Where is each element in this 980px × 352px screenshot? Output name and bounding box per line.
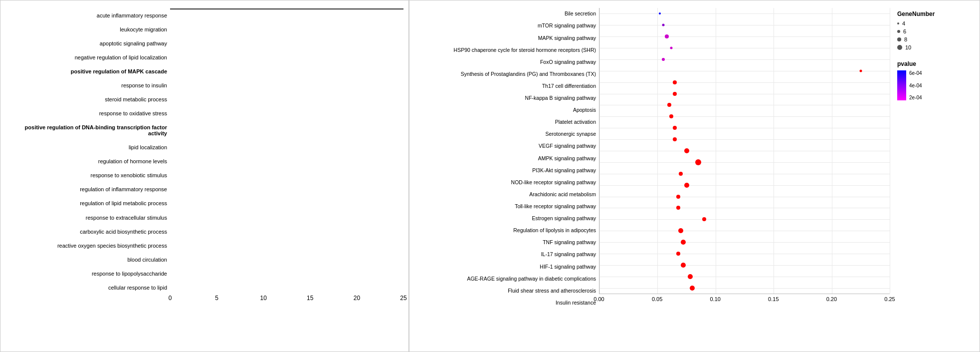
panel-b: Bile secretionmTOR signaling pathwayMAPK… xyxy=(409,0,980,352)
dot-x-tick: 0.15 xyxy=(768,296,779,302)
dot xyxy=(670,47,673,49)
dot-plot-label: NOD-like receptor signaling pathway xyxy=(414,180,596,186)
panel-a: acute inflammatory responseleukocyte mig… xyxy=(0,0,409,352)
dot-plot-label: Arachidonic acid metabolism xyxy=(414,192,596,198)
dot xyxy=(665,34,669,38)
dot-plot-label: mTOR signaling pathway xyxy=(414,23,596,29)
dot-x-tick: 0.05 xyxy=(652,296,662,302)
dot-grid-h xyxy=(599,242,890,243)
dot-plot-label: Serotonergic synapse xyxy=(414,131,596,137)
dot-plot-label: MAPK signaling pathway xyxy=(414,35,596,41)
legend-pvalue-title: pvalue xyxy=(897,60,970,67)
dot xyxy=(676,206,680,210)
legend-circle xyxy=(897,22,899,24)
dot xyxy=(676,195,680,199)
bar-label: response to oxidative stress xyxy=(10,110,167,116)
pvalue-gradient xyxy=(897,70,906,100)
dot xyxy=(859,69,862,72)
dot-plot-label: Th17 cell differentiation xyxy=(414,83,596,89)
dot-plot-label: TNF signaling pathway xyxy=(414,240,596,246)
x-tick: 5 xyxy=(215,295,218,302)
panel-b-inner: Bile secretionmTOR signaling pathwayMAPK… xyxy=(414,5,970,322)
dot-grid-h xyxy=(599,139,890,140)
dot-plot-label: Regulation of lipolysis in adipocytes xyxy=(414,228,596,234)
legend-circle xyxy=(897,45,902,50)
bars-area xyxy=(170,8,403,9)
pvalue-labels: 6e-044e-042e-04 xyxy=(909,70,922,100)
dot-grid-v xyxy=(774,8,774,294)
bar-label: regulation of hormone levels xyxy=(10,158,167,164)
dot xyxy=(673,92,677,96)
dot-grid-h xyxy=(599,174,890,174)
dot-plot-label: Apoptosis xyxy=(414,107,596,113)
dot-grid-h xyxy=(599,288,890,289)
dot-grid-h xyxy=(599,208,890,208)
x-tick: 10 xyxy=(260,295,267,302)
bar-label: negative regulation of lipid localizatio… xyxy=(10,54,167,60)
pvalue-label: 6e-04 xyxy=(909,70,922,76)
dot-plot-area xyxy=(599,8,890,294)
pvalue-legend-container: 6e-044e-042e-04 xyxy=(897,70,970,100)
dot-grid-h xyxy=(599,48,890,48)
dot-grid-h xyxy=(599,254,890,254)
legend-size-label: 6 xyxy=(903,28,906,34)
dot-grid-v xyxy=(657,8,658,294)
dot-grid-v xyxy=(599,8,600,294)
dot xyxy=(667,103,671,107)
bar-label: carboxylic acid biosynthetic process xyxy=(10,229,167,235)
dot-grid-h xyxy=(599,231,890,231)
bar-chart-inner: acute inflammatory responseleukocyte mig… xyxy=(10,8,403,295)
bar-labels: acute inflammatory responseleukocyte mig… xyxy=(10,8,170,295)
legend-size-label: 8 xyxy=(904,36,907,42)
dot-plot-label: HIF-1 signaling pathway xyxy=(414,264,596,270)
x-axis-container: 0510152025 xyxy=(170,295,403,310)
x-tick: 25 xyxy=(400,295,406,302)
bar-label: response to xenobiotic stimulus xyxy=(10,172,167,178)
dot-grid-h xyxy=(599,185,890,186)
bar-label: response to lipopolysaccharide xyxy=(10,271,167,277)
pvalue-label: 2e-04 xyxy=(909,95,922,100)
dot-grid-h xyxy=(599,265,890,266)
dot xyxy=(695,159,701,165)
legend-size-item: 8 xyxy=(897,36,970,42)
dot-x-tick: 0.20 xyxy=(826,296,837,302)
dot xyxy=(673,137,677,141)
dot-grid-h xyxy=(599,36,890,37)
bar-label: apoptotic signaling pathway xyxy=(10,40,167,46)
legend-circle xyxy=(897,37,901,41)
bar-label: positive regulation of DNA-binding trans… xyxy=(10,124,167,136)
legend-size-label: 10 xyxy=(905,44,911,50)
dot-plot-label: FoxO signaling pathway xyxy=(414,59,596,65)
dot-grid-h xyxy=(599,128,890,128)
dot-grid-h xyxy=(599,197,890,197)
dot-plot-label: VEGF signaling pathway xyxy=(414,143,596,149)
dot xyxy=(684,148,689,153)
dot xyxy=(681,240,686,245)
dot xyxy=(681,263,686,268)
dot xyxy=(679,172,683,176)
dot-grid-h xyxy=(599,162,890,163)
x-tick: 0 xyxy=(169,295,172,302)
dot-grid-h xyxy=(599,219,890,220)
dot-x-tick: 0.25 xyxy=(884,296,895,302)
dot-plot-label: HSP90 chaperone cycle for steroid hormon… xyxy=(414,47,596,53)
bar-label: lipid localization xyxy=(10,144,167,150)
bar-label: response to extracellular stimulus xyxy=(10,215,167,221)
dot-grid-v xyxy=(890,8,890,294)
dot-plot-label: AGE-RAGE signaling pathway in diabetic c… xyxy=(414,276,596,282)
dot-plot-label: NF-kappa B signaling pathway xyxy=(414,95,596,101)
legend-area: GeneNumber46810pvalue6e-044e-042e-04 xyxy=(890,5,970,322)
dot-plot-label: Toll-like receptor signaling pathway xyxy=(414,204,596,210)
legend-size-label: 4 xyxy=(902,20,905,26)
dot-grid-h xyxy=(599,277,890,277)
dot-plot-label: Bile secretion xyxy=(414,11,596,17)
bar-label: steroid metabolic process xyxy=(10,96,167,102)
dot-grid-h xyxy=(599,94,890,94)
dot-plot-label: Estrogen signaling pathway xyxy=(414,216,596,222)
dot xyxy=(678,228,683,233)
dot xyxy=(673,126,677,130)
bar-chart-container: acute inflammatory responseleukocyte mig… xyxy=(10,8,403,310)
dot-plot-main: Bile secretionmTOR signaling pathwayMAPK… xyxy=(414,5,890,322)
dot-plot-label: AMPK signaling pathway xyxy=(414,156,596,162)
dot xyxy=(662,58,665,61)
